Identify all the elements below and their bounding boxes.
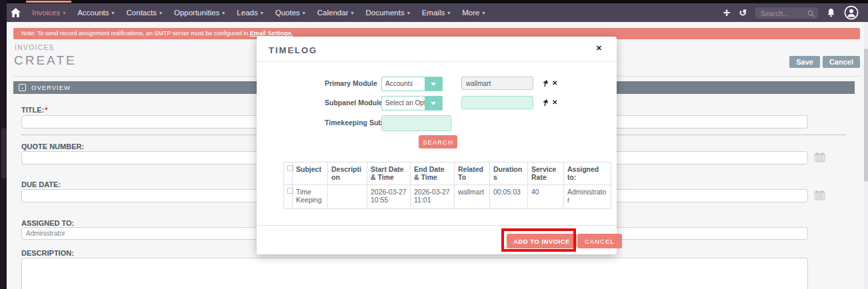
user-avatar-icon[interactable] <box>844 5 859 20</box>
nav-item-documents[interactable]: Documents▾ <box>360 3 416 22</box>
main-navbar: Invoices▾ Accounts▾ Contacts▾ Opportunit… <box>0 3 868 22</box>
subpanel-module-select[interactable]: Select an Option <box>381 96 443 111</box>
subpanel-related-input[interactable] <box>461 96 533 109</box>
caret-down-icon: ▾ <box>222 10 225 16</box>
scrollbar-thumb[interactable] <box>864 49 868 182</box>
calendar-icon[interactable] <box>814 152 825 165</box>
cell-description <box>328 185 367 209</box>
timelog-results-table: Subject Description Start Date & Time En… <box>283 162 611 209</box>
cell-end-date: 2026-03-27 11:01 <box>411 185 455 209</box>
col-end-date: End Date & Time <box>411 162 455 185</box>
primary-module-selected-value: Accounts <box>382 77 425 91</box>
nav-item-invoices[interactable]: Invoices▾ <box>26 3 71 22</box>
app-viewport: Invoices▾ Accounts▾ Contacts▾ Opportunit… <box>0 0 868 289</box>
nav-item-leads[interactable]: Leads▾ <box>231 3 269 22</box>
description-label: DESCRIPTION: <box>21 249 74 257</box>
required-asterisk: * <box>45 106 47 114</box>
email-settings-link[interactable]: Email Settings. <box>250 30 293 37</box>
modal-footer-divider <box>257 225 617 226</box>
add-to-invoice-button[interactable]: ADD TO INVOICE <box>507 234 577 248</box>
calendar-icon[interactable] <box>814 190 825 203</box>
clear-icon[interactable]: ✕ <box>552 80 557 87</box>
primary-module-select[interactable]: Accounts <box>381 77 443 91</box>
caret-down-icon: ▾ <box>303 10 305 16</box>
col-assigned-to: Assigned to: <box>564 162 611 185</box>
col-start-date: Start Date & Time <box>367 162 411 185</box>
cell-service-rate: 40 <box>528 185 564 209</box>
caret-down-icon: ▾ <box>261 10 263 16</box>
nav-item-calendar[interactable]: Calendar▾ <box>311 3 360 22</box>
modal-title: TIMELOG <box>269 45 317 55</box>
col-subject: Subject <box>293 162 328 185</box>
nav-item-quotes[interactable]: Quotes▾ <box>269 3 311 22</box>
save-button[interactable]: Save <box>789 56 820 68</box>
col-service-rate: Service Rate <box>528 162 564 185</box>
modal-cancel-button[interactable]: CANCEL <box>577 234 622 248</box>
select-arrow-icon[interactable] <box>541 79 549 89</box>
left-edge-strip <box>0 0 7 289</box>
nav-item-accounts[interactable]: Accounts▾ <box>71 3 120 22</box>
quote-number-label: QUOTE NUMBER: <box>21 143 84 150</box>
breadcrumb: INVOICES <box>15 44 55 51</box>
table-row: Time Keeping 2026-03-27 10:55 2026-03-27… <box>284 185 611 209</box>
recently-viewed-history-icon[interactable]: ↺ <box>739 7 747 18</box>
assigned-to-label: ASSIGNED TO: <box>21 219 74 227</box>
cell-subject: Time Keeping <box>293 185 328 209</box>
dropdown-arrow-icon <box>425 77 442 91</box>
primary-module-label: Primary Module <box>325 79 377 87</box>
dropdown-arrow-icon <box>425 97 442 110</box>
nav-item-contacts[interactable]: Contacts▾ <box>121 3 168 22</box>
cell-assigned-to-link[interactable]: Administrator <box>564 185 611 209</box>
subpanel-module-selected-value: Select an Option <box>382 97 425 110</box>
modal-header-divider <box>257 61 617 62</box>
search-button[interactable]: SEARCH <box>419 135 457 148</box>
title-label: TITLE:* <box>21 106 48 114</box>
home-icon[interactable] <box>11 8 21 17</box>
navbar-right-cluster: + ↺ <box>723 3 859 22</box>
search-icon <box>807 8 815 20</box>
caret-down-icon: ▾ <box>112 10 115 16</box>
page-title: CREATE <box>14 53 77 68</box>
caret-down-icon: ▾ <box>63 10 65 16</box>
description-textarea[interactable] <box>21 258 808 289</box>
col-durations: Durations <box>490 162 528 185</box>
caret-down-icon: ▾ <box>159 10 162 16</box>
header-actions: Save Cancel <box>789 56 860 68</box>
nav-item-opportunities[interactable]: Opportunities▾ <box>168 3 231 22</box>
caret-down-icon: ▾ <box>407 10 410 16</box>
caret-down-icon: ▾ <box>447 10 450 16</box>
table-header-row: Subject Description Start Date & Time En… <box>284 162 611 185</box>
timekeeping-subject-input[interactable] <box>381 115 451 131</box>
clear-icon[interactable]: ✕ <box>552 99 557 106</box>
subpanel-module-label: Subpanel Module <box>325 99 383 107</box>
notice-text: Note: To send record assignment notifica… <box>21 30 248 37</box>
vertical-scrollbar[interactable] <box>864 22 868 289</box>
caret-down-icon: ▾ <box>482 10 485 16</box>
nav-item-more[interactable]: More▾ <box>456 3 491 22</box>
notifications-bell-icon[interactable] <box>827 8 835 17</box>
left-edge-handle <box>1 128 7 178</box>
col-description: Description <box>328 162 367 185</box>
cell-durations: 00:05:03 <box>490 185 528 209</box>
global-search <box>755 7 818 19</box>
close-icon[interactable]: ✕ <box>596 44 602 53</box>
cell-start-date: 2026-03-27 10:55 <box>367 185 411 209</box>
collapse-minus-icon[interactable]: - <box>19 84 26 91</box>
col-related-to: Related To <box>455 162 490 185</box>
caret-down-icon: ▾ <box>351 10 353 16</box>
cancel-button[interactable]: Cancel <box>823 56 860 68</box>
quick-create-plus-icon[interactable]: + <box>723 7 731 19</box>
nav-item-emails[interactable]: Emails▾ <box>416 3 457 22</box>
due-date-label: DUE DATE: <box>21 180 61 188</box>
primary-related-input[interactable] <box>461 77 533 90</box>
section-title: OVERVIEW <box>31 84 71 91</box>
select-arrow-icon[interactable] <box>541 99 549 108</box>
timelog-modal: TIMELOG ✕ Primary Module Accounts ✕ Subp… <box>257 37 617 254</box>
cell-related-to-link[interactable]: wallmart <box>455 185 490 209</box>
